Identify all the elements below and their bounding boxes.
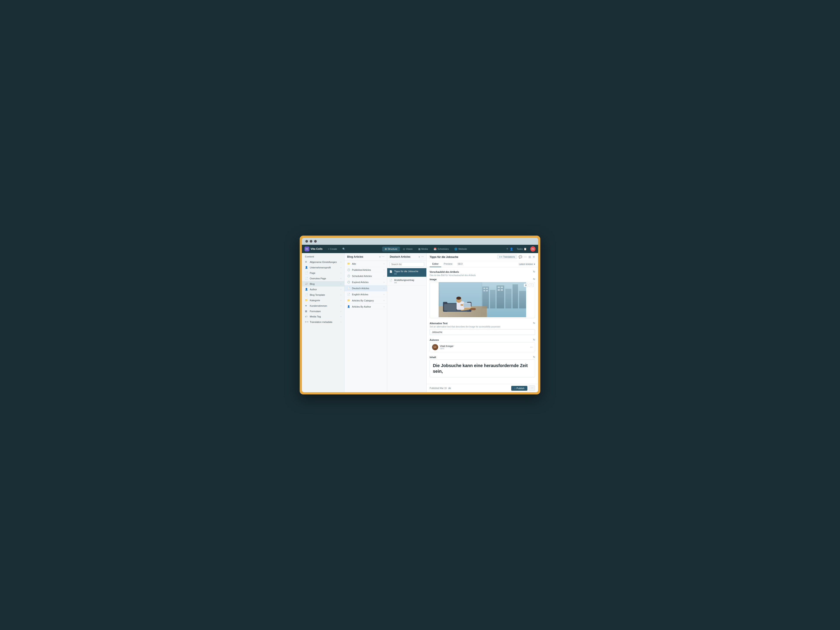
autoren-label: Autoren ↻ [429,338,535,341]
more-icon[interactable]: ⋯ [421,256,424,258]
search-button[interactable]: 🔍 [341,247,347,251]
clock-icon: 🕐 [347,281,350,284]
star-icon: ★ [305,304,308,307]
sidebar-label: Kundenstimmen [310,305,339,307]
author-more-icon[interactable]: ⋯ [530,346,533,349]
content-text: Die Jobsuche kann eine herausfordernde Z… [433,363,532,374]
editor-header: Tipps für die Jobsuche ⟷ Translations 💬 … [426,253,538,261]
sync-icon[interactable]: ↻ [533,270,535,273]
sync-icon[interactable]: ↻ [533,338,535,341]
autoren-section: Autoren ↻ VK Vitali Krieger CEO ⋯ [429,338,535,352]
svg-rect-9 [483,290,485,291]
chevron-right-icon: › [341,321,341,323]
author-info: Vitali Krieger CEO [440,345,528,350]
col2-item-english[interactable]: 📄 English Articles › [344,291,387,297]
col3-search [387,261,426,268]
sidebar-item-media-tag[interactable]: 🏷 Media Tag › [302,314,344,319]
alt-text-sublabel: Set an alternative text that describes t… [429,325,535,328]
create-button[interactable]: + Create [326,247,339,251]
brand-icon: VC [305,246,309,251]
revision-selector[interactable]: Latest revision ▾ [519,263,535,265]
sidebar-item-kategorie[interactable]: 📁 Kategorie › [302,297,344,303]
tab-editor[interactable]: Editor [429,261,441,267]
traffic-light-3[interactable] [314,240,317,243]
user-icon[interactable]: 👤 [510,248,513,251]
more-actions-button[interactable]: ⋯ [529,385,535,391]
chevron-right-icon: › [341,299,341,302]
svg-rect-1 [482,287,489,308]
tab-media[interactable]: ▦ Media [415,246,431,251]
col2-item-expired[interactable]: 🕐 Expired Articles › [344,279,387,285]
tab-preview[interactable]: Preview [441,261,455,267]
traffic-light-2[interactable] [310,240,313,243]
tab-seo[interactable]: SEO [455,261,465,267]
sidebar-item-blog-template[interactable]: 📄 Blog Template › [302,292,344,297]
tag-icon: 🏷 [305,315,308,318]
close-icon[interactable]: ✕ [533,255,535,259]
image-more-button[interactable]: ⋯ [529,284,534,287]
alt-text-input[interactable] [429,329,535,335]
svg-rect-8 [486,287,488,289]
expand-icon[interactable]: ⊞ [529,255,531,259]
sidebar-item-page[interactable]: 📄 Page › [302,270,344,276]
sidebar-item-author[interactable]: 👤 Author › [302,287,344,292]
article-anstellung[interactable]: 📄 Anstellungsvertrag DE [387,277,426,286]
svg-rect-21 [444,304,456,311]
col2-item-scheduled[interactable]: 🕐 Scheduled Articles › [344,273,387,279]
col2-item-deutsch[interactable]: 📄 Deutsch Articles › [344,285,387,291]
chevron-right-icon: › [341,316,341,317]
help-icon[interactable]: ? [507,248,508,251]
sidebar-item-blog[interactable]: 📰 Blog › [302,281,344,287]
article-icon: 📄 [389,270,392,273]
svg-rect-14 [501,289,503,291]
sync-icon[interactable]: ↻ [533,278,535,281]
clock-icon: 🕐 [347,268,350,271]
traffic-light-1[interactable] [305,240,308,243]
search-input[interactable] [389,262,424,267]
tab-structure[interactable]: ⊞ Structure [382,246,400,251]
more-icon[interactable]: ⋯ [382,256,384,258]
content-preview[interactable]: Die Jobsuche kann eine herausfordernde Z… [429,359,535,377]
folder-icon: 📁 [305,299,308,302]
sidebar-label: Translation metadata [310,321,339,323]
sidebar-section-title: Content [302,253,344,259]
author-avatar: VK [432,344,438,350]
article-tipps[interactable]: 📄 Tipps für die Jobsuche DE [387,268,426,277]
add-icon[interactable]: + [379,256,381,258]
alt-text-section: Alternative Text ↻ Set an alternative te… [429,322,535,335]
sync-icon[interactable]: ↻ [533,356,535,358]
comment-icon[interactable]: 💬 [519,255,522,259]
col2-blog-articles: Blog Articles + ⋯ 📁 Alle › 🕐 Published A… [344,253,387,392]
sidebar-label: Media Tag [310,315,339,318]
svg-rect-6 [519,291,526,308]
image-label: Image ↻ [429,278,535,281]
sidebar-label: Allgemeine Einstellungen [310,261,339,264]
editor-header-right: ⟷ Translations 💬 ⋯ ⊞ ✕ [497,255,535,259]
sidebar-item-overview[interactable]: 📄 Overview Page › [302,276,344,281]
vorschaubild-sublabel: Das ist das Bild für Vorschaukachel des … [429,274,535,276]
sync-icon[interactable]: ↻ [533,322,535,325]
tab-website[interactable]: 🌐 Website [452,246,470,251]
folder-icon: 📁 [347,299,350,302]
crop-button[interactable]: ⊞ [524,284,528,287]
translations-button[interactable]: ⟷ Translations [497,255,517,259]
col2-item-by-category[interactable]: 📁 Articles By Category › [344,297,387,304]
sidebar-item-unternehmen[interactable]: 👤 Unternehmensprofil › [302,265,344,270]
svg-rect-2 [490,290,496,308]
chevron-right-icon: › [384,263,384,265]
sidebar-item-allgemeine[interactable]: ⚙ Allgemeine Einstellungen › [302,259,344,265]
tab-schedules[interactable]: 📅 Schedules [431,246,451,251]
avatar[interactable]: DS [530,246,535,251]
col2-item-published[interactable]: 🕐 Published Articles › [344,267,387,273]
more-icon[interactable]: ⋯ [524,255,527,259]
tasks-button[interactable]: Tasks 📋 [515,247,529,251]
sidebar-label: Formulare [310,310,339,313]
tab-vision[interactable]: ◎ Vision [400,246,415,251]
col2-item-by-author[interactable]: 👤 Articles By Author › [344,304,387,310]
add-icon[interactable]: + [419,256,420,258]
sidebar-item-kundenstimmen[interactable]: ★ Kundenstimmen › [302,303,344,308]
sidebar-item-formulare[interactable]: ▦ Formulare › [302,308,344,314]
col2-item-alle[interactable]: 📁 Alle › [344,261,387,267]
publish-button[interactable]: ↑ Publish [511,386,527,391]
sidebar-item-translation[interactable]: ⟷ Translation metadata › [302,319,344,325]
